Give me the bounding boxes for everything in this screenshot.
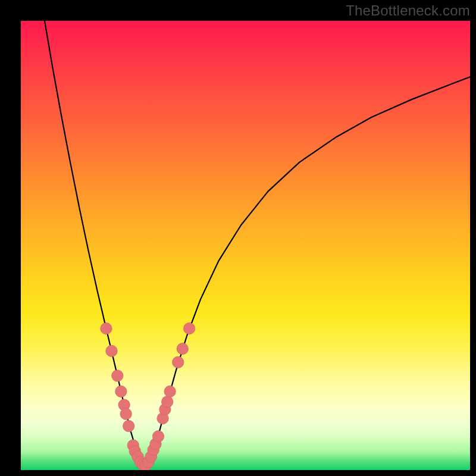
curve-svg <box>21 21 470 470</box>
data-marker <box>172 356 184 368</box>
data-marker <box>152 431 164 443</box>
data-marker <box>101 322 112 334</box>
data-marker <box>183 322 195 334</box>
data-marker <box>106 345 118 357</box>
watermark-text: TheBottleneck.com <box>346 2 470 19</box>
bottleneck-curve <box>45 21 470 465</box>
chart-frame: TheBottleneck.com <box>0 0 476 476</box>
plot-area <box>21 21 470 470</box>
data-marker <box>123 420 134 432</box>
data-marker <box>115 386 127 397</box>
data-markers <box>101 322 195 470</box>
data-marker <box>161 396 173 408</box>
data-marker <box>112 370 124 382</box>
data-marker <box>164 386 176 397</box>
data-marker <box>177 343 189 355</box>
data-marker <box>120 408 132 420</box>
